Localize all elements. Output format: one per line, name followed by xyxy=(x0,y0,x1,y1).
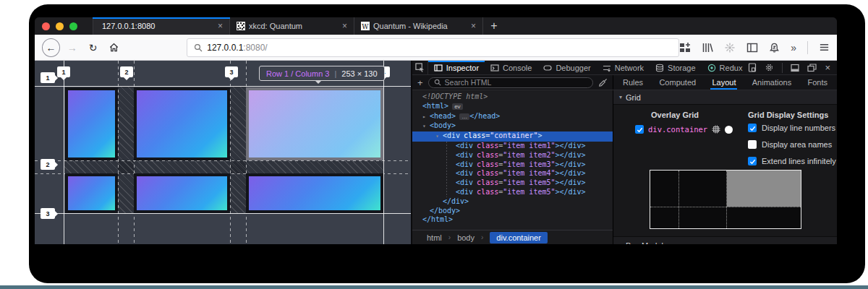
addon-icon[interactable] xyxy=(724,42,736,53)
close-window-button[interactable] xyxy=(42,22,50,30)
markup-line-item[interactable]: <divclass="item item2"></div> xyxy=(412,151,613,160)
desktop-edge-strip xyxy=(0,285,868,289)
collapse-arrow-icon[interactable]: ▾ xyxy=(435,132,443,142)
tab-computed[interactable]: Computed xyxy=(659,75,696,90)
tab-layout[interactable]: Layout xyxy=(712,75,736,90)
new-tab-button[interactable]: + xyxy=(483,17,505,35)
settings-gear-icon[interactable] xyxy=(765,63,774,72)
element-picker-icon xyxy=(415,63,425,72)
markup-line-html[interactable]: <html>ev xyxy=(412,102,613,112)
markup-line-doctype[interactable]: <!DOCTYPE html> xyxy=(412,92,613,102)
back-button[interactable]: ← xyxy=(42,38,60,57)
search-html-box[interactable] xyxy=(428,77,593,88)
expand-arrow-icon[interactable]: ▸ xyxy=(422,113,430,122)
tab-storage[interactable]: Storage xyxy=(650,61,702,74)
overflow-menu-icon[interactable]: » xyxy=(791,42,796,53)
reload-button[interactable]: ↻ xyxy=(84,38,102,57)
grid-highlighter-icon[interactable] xyxy=(712,125,720,134)
grid-gap-hatch xyxy=(230,86,246,213)
display-area-names-checkbox[interactable] xyxy=(748,140,757,149)
tab-animations[interactable]: Animations xyxy=(752,75,791,90)
overlay-grid-checkbox[interactable] xyxy=(635,125,644,134)
markup-line-container-close[interactable]: </div> xyxy=(412,197,613,207)
overlay-grid-selector[interactable]: div.container xyxy=(648,125,707,134)
tab-localhost[interactable]: 127.0.0.1:8080 × xyxy=(93,17,230,35)
tab-wikipedia[interactable]: W Quantum - Wikipedia × xyxy=(354,17,483,35)
grid-line-vertical-dashed xyxy=(118,61,119,244)
zoom-window-button[interactable] xyxy=(69,22,77,30)
grid-item-6 xyxy=(246,173,383,213)
tab-close-icon[interactable]: × xyxy=(471,21,476,31)
hamburger-menu-icon[interactable] xyxy=(819,42,830,53)
sidebar-toggle-icon[interactable] xyxy=(746,42,758,53)
grid-item-4 xyxy=(65,173,118,213)
column-line-marker: 3 xyxy=(225,66,238,77)
display-line-numbers-checkbox[interactable] xyxy=(748,124,757,132)
tiles-plus-icon[interactable] xyxy=(679,42,691,53)
tab-label: Console xyxy=(503,64,532,72)
collapsed-content-badge[interactable]: … xyxy=(459,113,469,120)
box-model-section-header[interactable]: ▸ Box Model xyxy=(613,236,837,244)
tab-close-icon[interactable]: × xyxy=(342,21,347,31)
overlay-grid-header: Overlay Grid xyxy=(651,111,699,119)
setting-display-line-numbers: Display line numbers xyxy=(748,124,835,132)
search-icon xyxy=(194,43,203,52)
grid-color-swatch[interactable] xyxy=(725,126,733,134)
home-button[interactable] xyxy=(105,38,123,57)
tab-redux[interactable]: Redux xyxy=(702,61,749,74)
grid-gap-hatch xyxy=(64,160,383,173)
url-bar[interactable]: 127.0.0.1:8080/ xyxy=(187,38,679,57)
grid-item-3-highlighted xyxy=(246,87,383,160)
page-viewport[interactable]: 1 2 3 4 1 2 3 Row 1 / Column 3 | 253 × 1… xyxy=(35,61,411,244)
search-html-input[interactable] xyxy=(445,78,587,87)
forward-button[interactable]: → xyxy=(63,38,81,57)
tab-console[interactable]: Console xyxy=(485,61,537,74)
breadcrumb-html[interactable]: html xyxy=(427,233,442,242)
add-node-button[interactable]: + xyxy=(417,77,423,88)
markup-line-item[interactable]: <divclass="item item1"></div> xyxy=(412,142,613,151)
html-tree[interactable]: <!DOCTYPE html> <html>ev ▸<head>…</head>… xyxy=(412,90,613,230)
tab-debugger[interactable]: Debugger xyxy=(537,61,596,74)
debugger-icon xyxy=(543,64,552,72)
separate-window-icon[interactable] xyxy=(807,64,817,72)
check-icon xyxy=(749,125,756,131)
setting-label: Display area names xyxy=(762,140,832,149)
breadcrumb-div-container[interactable]: div.container xyxy=(490,232,548,243)
tab-rules[interactable]: Rules xyxy=(623,75,643,90)
tab-xkcd[interactable]: xkcd: Quantum × xyxy=(230,17,354,35)
tab-network[interactable]: Network xyxy=(597,61,650,74)
grid-section-header[interactable]: ▾ Grid xyxy=(613,90,837,105)
chevron-right-icon: ▸ xyxy=(619,242,622,244)
close-devtools-icon[interactable]: × xyxy=(825,62,830,73)
tab-close-icon[interactable]: × xyxy=(218,21,223,31)
check-icon xyxy=(637,126,643,133)
markup-line-body-close[interactable]: </body> xyxy=(412,207,613,216)
markup-line-body[interactable]: ▾<body> xyxy=(412,121,613,131)
grid-minimap[interactable] xyxy=(650,170,801,229)
eyedropper-icon[interactable] xyxy=(598,78,608,87)
window-content: 1 2 3 4 1 2 3 Row 1 / Column 3 | 253 × 1… xyxy=(35,61,837,244)
minimize-window-button[interactable] xyxy=(56,22,64,30)
collapse-arrow-icon[interactable]: ▾ xyxy=(422,122,430,131)
xkcd-favicon-icon xyxy=(237,22,245,30)
tab-inspector[interactable]: Inspector xyxy=(428,61,485,74)
storage-icon xyxy=(655,64,664,72)
url-path: :8080/ xyxy=(243,43,267,53)
pick-element-button[interactable] xyxy=(412,61,428,74)
markup-line-item[interactable]: <divclass="item item3"></div> xyxy=(412,160,613,170)
breadcrumb-body[interactable]: body xyxy=(457,233,475,242)
dock-bottom-icon[interactable] xyxy=(791,64,799,72)
markup-line-item[interactable]: <divclass="item item4"></div> xyxy=(412,169,613,178)
event-badge[interactable]: ev xyxy=(452,103,462,110)
markup-line-container-selected[interactable]: ▾<divclass="container"> xyxy=(412,131,613,142)
markup-line-head[interactable]: ▸<head>…</head> xyxy=(412,112,613,122)
markup-line-html-close[interactable]: </html> xyxy=(412,215,613,225)
library-icon[interactable] xyxy=(702,42,713,53)
responsive-design-icon[interactable] xyxy=(748,63,757,72)
tab-fonts[interactable]: Fonts xyxy=(807,75,827,90)
markup-line-item[interactable]: <divclass="item item5"></div> xyxy=(412,178,613,188)
markup-line-item[interactable]: <divclass="item item5"></div> xyxy=(412,188,613,197)
bell-icon[interactable] xyxy=(769,42,780,53)
row-line-marker: 3 xyxy=(41,208,55,219)
extend-lines-checkbox[interactable] xyxy=(748,157,757,165)
